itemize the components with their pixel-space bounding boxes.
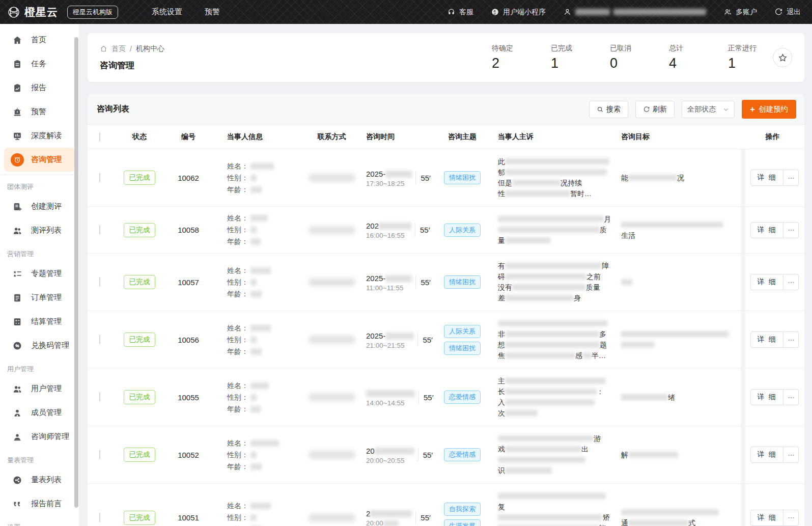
table-row: 已完成10052姓名： 性别： 年龄： 2020:00~20:5555′恋爱情感… <box>88 426 804 484</box>
row-checkbox[interactable] <box>99 392 100 402</box>
more-button[interactable]: ⋯ <box>783 389 799 405</box>
complaint-line: 有障 <box>498 261 611 271</box>
brand-name: 橙星云 <box>24 5 58 19</box>
complaint-text: 想 <box>498 341 505 349</box>
more-button[interactable]: ⋯ <box>783 331 799 348</box>
goal-text: 生活 <box>621 231 635 239</box>
row-checkbox[interactable] <box>99 513 100 522</box>
brand-logo[interactable]: 橙星云 橙星云机构版 <box>7 5 118 19</box>
logout-button[interactable]: 退出 <box>774 8 801 17</box>
sidebar-item-counselor[interactable]: 咨询师管理 <box>4 425 75 449</box>
sidebar-item-consult[interactable]: 咨询管理 <box>4 148 75 172</box>
goal-text: 能 <box>621 174 628 182</box>
complaint-line <box>498 455 611 465</box>
redacted-text <box>250 452 257 458</box>
sidebar-item-preface[interactable]: 报告前言 <box>4 492 75 516</box>
favorite-button[interactable] <box>773 48 792 67</box>
column-header: 编号 <box>163 132 214 142</box>
detail-button[interactable]: 详 细 <box>750 170 784 186</box>
more-button[interactable]: ⋯ <box>783 170 799 186</box>
sidebar-item-label: 订单管理 <box>31 293 62 302</box>
redacted-text <box>505 446 581 452</box>
complaint: 复矫能讨… <box>494 484 617 526</box>
complaint-text: 题 <box>600 341 607 349</box>
person-info-cell: 姓名： 性别： 年龄： <box>214 437 302 473</box>
account-info[interactable] <box>563 8 706 16</box>
row-checkbox[interactable] <box>99 277 100 287</box>
multi-account-button[interactable]: 多账户 <box>723 8 757 17</box>
detail-button[interactable]: 详 细 <box>750 389 784 405</box>
breadcrumb-home[interactable]: 首页 <box>111 44 126 53</box>
row-checkbox[interactable] <box>99 335 100 344</box>
sidebar-section-label: 团体测评 <box>0 175 79 195</box>
row-checkbox[interactable] <box>99 450 100 459</box>
nav-menu-system-settings[interactable]: 系统设置 <box>152 7 182 17</box>
more-button[interactable]: ⋯ <box>783 447 799 463</box>
more-button[interactable]: ⋯ <box>783 510 799 526</box>
redacted-text <box>250 337 257 343</box>
customer-service-button[interactable]: 客服 <box>447 8 473 17</box>
breadcrumb-current: 机构中心 <box>136 44 164 53</box>
sidebar-item-topic[interactable]: 专题管理 <box>4 262 75 286</box>
person-gender-label: 性别： <box>227 278 248 286</box>
person-info-cell: 姓名： 性别： 年龄： <box>214 212 302 247</box>
sidebar-item-order[interactable]: 订单管理 <box>4 286 75 310</box>
sidebar-scrollbar[interactable] <box>74 37 78 508</box>
sidebar-item-assessment-list[interactable]: 测评列表 <box>4 218 75 242</box>
sidebar-item-settlement[interactable]: 结算管理 <box>4 310 75 334</box>
complaint-text: 焦 <box>498 351 505 359</box>
sidebar-item-home[interactable]: 首页 <box>4 28 75 52</box>
status-cell: 已完成 <box>116 511 163 525</box>
person-gender: 性别： <box>227 224 302 236</box>
detail-button[interactable]: 详 细 <box>750 510 784 526</box>
more-button[interactable]: ⋯ <box>783 222 799 238</box>
redacted-text <box>383 520 399 526</box>
sidebar-item-alert[interactable]: 预警 <box>4 100 75 124</box>
sidebar-item-create-assessment[interactable]: 创建测评 <box>4 195 75 218</box>
status-cell: 已完成 <box>116 223 163 237</box>
detail-button[interactable]: 详 细 <box>750 274 784 290</box>
redacted-text <box>385 171 412 178</box>
detail-button[interactable]: 详 细 <box>750 331 784 348</box>
redacted-text <box>505 467 552 474</box>
actions-cell: 详 细⋯ <box>741 311 804 368</box>
person-gender: 性别： <box>227 334 302 346</box>
consult-date: 20 <box>366 446 414 457</box>
search-button[interactable]: 搜索 <box>589 101 628 118</box>
actions-group: 详 细⋯ <box>750 510 799 526</box>
detail-button[interactable]: 详 细 <box>750 222 784 238</box>
sidebar: 首页任务报告预警深度解读咨询管理团体测评创建测评测评列表营销管理专题管理订单管理… <box>0 24 79 526</box>
complaint-text: 之前 <box>586 272 601 281</box>
refresh-button[interactable]: 刷新 <box>635 101 675 118</box>
headset-icon <box>447 8 456 16</box>
sidebar-item-insight[interactable]: 深度解读 <box>4 124 75 148</box>
nav-menu-alerts[interactable]: 预警 <box>205 7 220 17</box>
person-name: 姓名： <box>227 265 302 276</box>
person-name-label: 姓名： <box>227 381 248 390</box>
detail-button[interactable]: 详 细 <box>750 447 784 463</box>
complaint-text: 身 <box>574 294 581 302</box>
person-gender-label: 性别： <box>227 513 248 521</box>
sidebar-item-task[interactable]: 任务 <box>4 52 75 76</box>
row-checkbox[interactable] <box>99 173 100 182</box>
miniprogram-button[interactable]: 用户端小程序 <box>491 8 546 17</box>
redeem-icon <box>11 339 24 352</box>
complaint-text: 复 <box>498 503 505 511</box>
sidebar-item-member[interactable]: 成员管理 <box>4 401 75 425</box>
page-header-left: 首页 / 机构中心 咨询管理 <box>100 44 164 71</box>
row-checkbox[interactable] <box>99 225 100 235</box>
sidebar-item-scale-list[interactable]: 量表列表 <box>4 468 75 492</box>
select-all-checkbox[interactable] <box>99 132 100 142</box>
column-header: 咨询目标 <box>617 132 741 142</box>
create-appointment-button[interactable]: + 创建预约 <box>742 100 796 119</box>
sidebar-item-users[interactable]: 用户管理 <box>4 377 75 401</box>
settlement-icon <box>11 315 24 328</box>
sidebar-item-report[interactable]: 报告 <box>4 76 75 100</box>
column-header: 咨询主题 <box>431 132 494 142</box>
stat-in-progress: 正常进行 1 <box>728 44 758 71</box>
sidebar-item-redeem[interactable]: 兑换码管理 <box>4 334 75 357</box>
status-cell: 已完成 <box>116 390 163 404</box>
status-filter-select[interactable]: 全部状态 <box>682 101 735 118</box>
more-button[interactable]: ⋯ <box>783 274 799 290</box>
person-gender-label: 性别： <box>227 451 248 459</box>
